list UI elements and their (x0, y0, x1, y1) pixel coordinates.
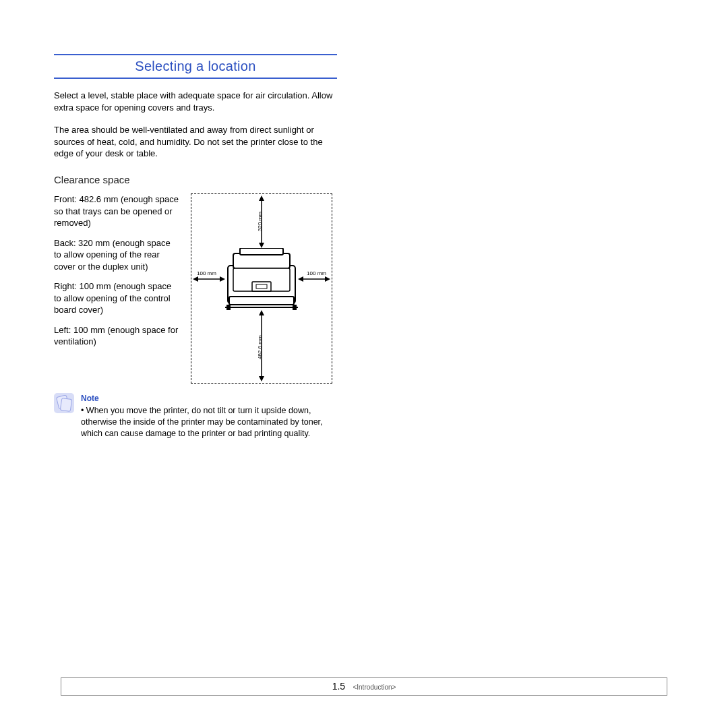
section-heading: Selecting a location (54, 54, 337, 79)
page-number: 1.5 (332, 681, 345, 692)
svg-rect-21 (293, 305, 297, 310)
clearance-left: Left: 100 mm (enough space for ventilati… (54, 324, 179, 348)
svg-rect-14 (240, 248, 283, 255)
svg-marker-5 (220, 276, 225, 282)
heading-text: Selecting a location (54, 57, 337, 75)
note-icon (54, 393, 74, 413)
svg-rect-18 (229, 297, 294, 305)
subheading-clearance: Clearance space (54, 173, 337, 187)
svg-rect-17 (256, 284, 267, 289)
clearance-diagram: 320 mm 100 mm 100 mm (191, 193, 332, 384)
svg-marker-10 (259, 310, 264, 315)
intro-paragraph-2: The area should be well-ventilated and a… (54, 124, 337, 160)
note-title: Note (81, 393, 337, 404)
svg-marker-7 (298, 276, 303, 282)
note-text: • When you move the printer, do not tilt… (81, 405, 337, 439)
svg-marker-11 (259, 376, 264, 382)
svg-marker-2 (259, 243, 264, 248)
label-bottom: 482.6 mm (257, 335, 264, 359)
clearance-back: Back: 320 mm (enough space to allow open… (54, 237, 179, 273)
svg-marker-1 (259, 195, 264, 201)
label-left: 100 mm (197, 270, 216, 278)
svg-rect-13 (233, 253, 290, 268)
printer-icon (225, 248, 298, 310)
label-right: 100 mm (307, 270, 326, 278)
clearance-list: Front: 482.6 mm (enough space so that tr… (54, 193, 179, 384)
label-top: 320 mm (257, 212, 264, 231)
clearance-right: Right: 100 mm (enough space to allow ope… (54, 280, 179, 316)
page-footer: 1.5 <Introduction> (61, 677, 667, 696)
intro-paragraph-1: Select a level, stable place with adequa… (54, 90, 337, 113)
svg-rect-20 (226, 305, 231, 310)
clearance-front: Front: 482.6 mm (enough space so that tr… (54, 193, 179, 229)
section-label: <Introduction> (353, 684, 396, 691)
